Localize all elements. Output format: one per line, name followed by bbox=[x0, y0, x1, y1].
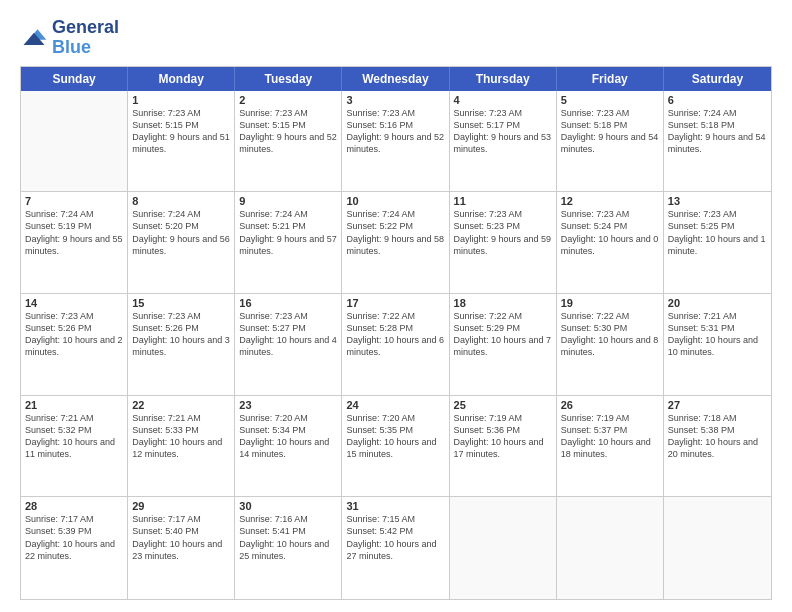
sunrise-text: Sunrise: 7:22 AM bbox=[346, 310, 444, 322]
day-number: 3 bbox=[346, 94, 444, 106]
day-number: 10 bbox=[346, 195, 444, 207]
daylight-text: Daylight: 10 hours and 6 minutes. bbox=[346, 334, 444, 358]
sunset-text: Sunset: 5:37 PM bbox=[561, 424, 659, 436]
sunset-text: Sunset: 5:16 PM bbox=[346, 119, 444, 131]
daylight-text: Daylight: 10 hours and 17 minutes. bbox=[454, 436, 552, 460]
day-number: 9 bbox=[239, 195, 337, 207]
sunrise-text: Sunrise: 7:21 AM bbox=[25, 412, 123, 424]
daylight-text: Daylight: 9 hours and 54 minutes. bbox=[561, 131, 659, 155]
daylight-text: Daylight: 10 hours and 0 minutes. bbox=[561, 233, 659, 257]
header-day-tuesday: Tuesday bbox=[235, 67, 342, 91]
header-day-friday: Friday bbox=[557, 67, 664, 91]
sunrise-text: Sunrise: 7:22 AM bbox=[454, 310, 552, 322]
sunset-text: Sunset: 5:15 PM bbox=[239, 119, 337, 131]
cal-cell bbox=[557, 497, 664, 599]
cal-cell: 31Sunrise: 7:15 AMSunset: 5:42 PMDayligh… bbox=[342, 497, 449, 599]
cal-cell: 2Sunrise: 7:23 AMSunset: 5:15 PMDaylight… bbox=[235, 91, 342, 192]
cal-cell: 5Sunrise: 7:23 AMSunset: 5:18 PMDaylight… bbox=[557, 91, 664, 192]
sunset-text: Sunset: 5:35 PM bbox=[346, 424, 444, 436]
sunset-text: Sunset: 5:26 PM bbox=[25, 322, 123, 334]
day-number: 5 bbox=[561, 94, 659, 106]
day-number: 14 bbox=[25, 297, 123, 309]
sunrise-text: Sunrise: 7:24 AM bbox=[346, 208, 444, 220]
sunset-text: Sunset: 5:27 PM bbox=[239, 322, 337, 334]
day-number: 20 bbox=[668, 297, 767, 309]
sunset-text: Sunset: 5:17 PM bbox=[454, 119, 552, 131]
sunset-text: Sunset: 5:21 PM bbox=[239, 220, 337, 232]
cal-cell: 17Sunrise: 7:22 AMSunset: 5:28 PMDayligh… bbox=[342, 294, 449, 395]
day-number: 24 bbox=[346, 399, 444, 411]
daylight-text: Daylight: 10 hours and 25 minutes. bbox=[239, 538, 337, 562]
cal-cell: 8Sunrise: 7:24 AMSunset: 5:20 PMDaylight… bbox=[128, 192, 235, 293]
day-number: 29 bbox=[132, 500, 230, 512]
cal-cell: 24Sunrise: 7:20 AMSunset: 5:35 PMDayligh… bbox=[342, 396, 449, 497]
daylight-text: Daylight: 9 hours and 57 minutes. bbox=[239, 233, 337, 257]
cal-cell: 16Sunrise: 7:23 AMSunset: 5:27 PMDayligh… bbox=[235, 294, 342, 395]
daylight-text: Daylight: 10 hours and 3 minutes. bbox=[132, 334, 230, 358]
daylight-text: Daylight: 10 hours and 14 minutes. bbox=[239, 436, 337, 460]
daylight-text: Daylight: 10 hours and 15 minutes. bbox=[346, 436, 444, 460]
cal-cell: 3Sunrise: 7:23 AMSunset: 5:16 PMDaylight… bbox=[342, 91, 449, 192]
day-number: 22 bbox=[132, 399, 230, 411]
daylight-text: Daylight: 9 hours and 55 minutes. bbox=[25, 233, 123, 257]
daylight-text: Daylight: 9 hours and 51 minutes. bbox=[132, 131, 230, 155]
sunset-text: Sunset: 5:39 PM bbox=[25, 525, 123, 537]
sunset-text: Sunset: 5:30 PM bbox=[561, 322, 659, 334]
sunset-text: Sunset: 5:18 PM bbox=[668, 119, 767, 131]
daylight-text: Daylight: 10 hours and 27 minutes. bbox=[346, 538, 444, 562]
sunset-text: Sunset: 5:22 PM bbox=[346, 220, 444, 232]
sunset-text: Sunset: 5:15 PM bbox=[132, 119, 230, 131]
cal-cell: 14Sunrise: 7:23 AMSunset: 5:26 PMDayligh… bbox=[21, 294, 128, 395]
cal-cell: 13Sunrise: 7:23 AMSunset: 5:25 PMDayligh… bbox=[664, 192, 771, 293]
daylight-text: Daylight: 9 hours and 53 minutes. bbox=[454, 131, 552, 155]
cal-cell bbox=[450, 497, 557, 599]
sunset-text: Sunset: 5:28 PM bbox=[346, 322, 444, 334]
day-number: 17 bbox=[346, 297, 444, 309]
header-day-sunday: Sunday bbox=[21, 67, 128, 91]
daylight-text: Daylight: 10 hours and 8 minutes. bbox=[561, 334, 659, 358]
sunrise-text: Sunrise: 7:23 AM bbox=[561, 208, 659, 220]
sunrise-text: Sunrise: 7:23 AM bbox=[454, 208, 552, 220]
cal-cell: 4Sunrise: 7:23 AMSunset: 5:17 PMDaylight… bbox=[450, 91, 557, 192]
cal-cell: 27Sunrise: 7:18 AMSunset: 5:38 PMDayligh… bbox=[664, 396, 771, 497]
daylight-text: Daylight: 10 hours and 18 minutes. bbox=[561, 436, 659, 460]
daylight-text: Daylight: 10 hours and 23 minutes. bbox=[132, 538, 230, 562]
sunrise-text: Sunrise: 7:24 AM bbox=[239, 208, 337, 220]
sunrise-text: Sunrise: 7:23 AM bbox=[346, 107, 444, 119]
day-number: 7 bbox=[25, 195, 123, 207]
sunset-text: Sunset: 5:38 PM bbox=[668, 424, 767, 436]
daylight-text: Daylight: 9 hours and 58 minutes. bbox=[346, 233, 444, 257]
sunrise-text: Sunrise: 7:21 AM bbox=[132, 412, 230, 424]
day-number: 23 bbox=[239, 399, 337, 411]
sunset-text: Sunset: 5:24 PM bbox=[561, 220, 659, 232]
sunrise-text: Sunrise: 7:23 AM bbox=[132, 107, 230, 119]
daylight-text: Daylight: 10 hours and 12 minutes. bbox=[132, 436, 230, 460]
day-number: 30 bbox=[239, 500, 337, 512]
cal-cell: 1Sunrise: 7:23 AMSunset: 5:15 PMDaylight… bbox=[128, 91, 235, 192]
daylight-text: Daylight: 9 hours and 56 minutes. bbox=[132, 233, 230, 257]
cal-row-3: 14Sunrise: 7:23 AMSunset: 5:26 PMDayligh… bbox=[21, 294, 771, 396]
cal-row-5: 28Sunrise: 7:17 AMSunset: 5:39 PMDayligh… bbox=[21, 497, 771, 599]
daylight-text: Daylight: 10 hours and 11 minutes. bbox=[25, 436, 123, 460]
sunset-text: Sunset: 5:19 PM bbox=[25, 220, 123, 232]
sunset-text: Sunset: 5:26 PM bbox=[132, 322, 230, 334]
calendar-body: 1Sunrise: 7:23 AMSunset: 5:15 PMDaylight… bbox=[21, 91, 771, 599]
day-number: 18 bbox=[454, 297, 552, 309]
sunset-text: Sunset: 5:42 PM bbox=[346, 525, 444, 537]
logo-icon bbox=[20, 24, 48, 52]
cal-cell: 11Sunrise: 7:23 AMSunset: 5:23 PMDayligh… bbox=[450, 192, 557, 293]
cal-cell: 6Sunrise: 7:24 AMSunset: 5:18 PMDaylight… bbox=[664, 91, 771, 192]
day-number: 31 bbox=[346, 500, 444, 512]
daylight-text: Daylight: 10 hours and 2 minutes. bbox=[25, 334, 123, 358]
header-day-wednesday: Wednesday bbox=[342, 67, 449, 91]
cal-cell: 9Sunrise: 7:24 AMSunset: 5:21 PMDaylight… bbox=[235, 192, 342, 293]
day-number: 25 bbox=[454, 399, 552, 411]
day-number: 2 bbox=[239, 94, 337, 106]
sunset-text: Sunset: 5:36 PM bbox=[454, 424, 552, 436]
sunrise-text: Sunrise: 7:23 AM bbox=[25, 310, 123, 322]
header-day-saturday: Saturday bbox=[664, 67, 771, 91]
sunrise-text: Sunrise: 7:20 AM bbox=[346, 412, 444, 424]
sunrise-text: Sunrise: 7:24 AM bbox=[132, 208, 230, 220]
cal-cell: 20Sunrise: 7:21 AMSunset: 5:31 PMDayligh… bbox=[664, 294, 771, 395]
sunset-text: Sunset: 5:23 PM bbox=[454, 220, 552, 232]
